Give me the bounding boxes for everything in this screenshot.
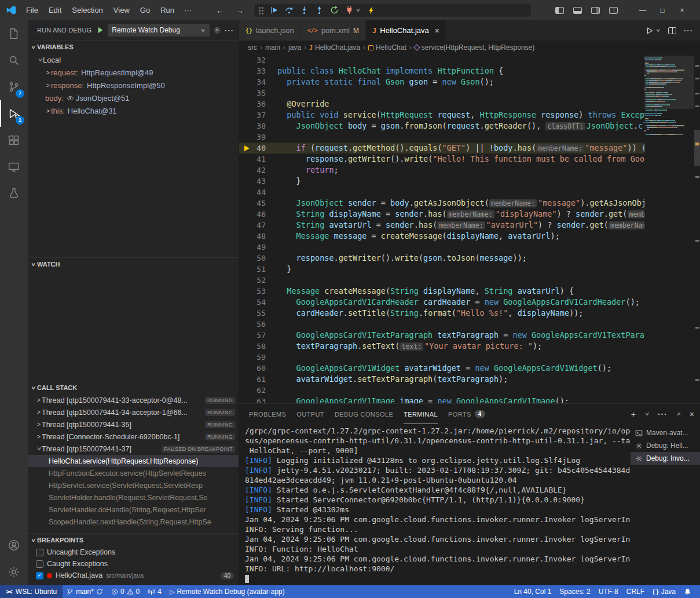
callstack-thread-row[interactable]: >Thread [qtp1500079441-33-acceptor-0@48.… — [28, 394, 239, 406]
eol-status[interactable]: CRLF — [622, 585, 648, 598]
line-number[interactable]: 44 — [239, 187, 277, 198]
menu-go[interactable]: Go — [135, 4, 155, 17]
minimize-button[interactable]: — — [633, 6, 653, 14]
variable-row[interactable]: body:JsonObject@51 — [28, 92, 239, 104]
close-panel-icon[interactable]: × — [690, 410, 694, 419]
line-number[interactable]: 46 — [239, 209, 277, 220]
line-number[interactable]: 42 — [239, 165, 277, 176]
code-line[interactable]: 53 Message createMessage(String displayN… — [239, 286, 644, 297]
code-line[interactable]: 43 } — [239, 176, 644, 187]
code-line[interactable]: 39 — [239, 132, 644, 143]
nav-forward-icon[interactable]: → — [236, 6, 244, 15]
line-number[interactable]: 49 — [239, 242, 277, 253]
callstack-thread-row[interactable]: >Thread [Connector-Scheduler-6920b0bc-1]… — [28, 431, 239, 443]
minimap[interactable] — [644, 54, 694, 403]
code-line[interactable]: 37 public void service(HttpRequest reque… — [239, 110, 644, 121]
code-line[interactable]: 40 if (request.getMethod().equals("GET")… — [239, 143, 644, 154]
line-number[interactable]: 47 — [239, 220, 277, 231]
close-button[interactable]: × — [672, 6, 692, 14]
debug-step-into-button[interactable] — [300, 6, 309, 14]
command-center[interactable]: > — [253, 3, 532, 18]
line-number[interactable]: 48 — [239, 231, 277, 242]
activitybar-search[interactable] — [0, 47, 28, 74]
code-line[interactable]: 56 — [239, 319, 644, 330]
code-line[interactable]: 33public class HelloChat implements Http… — [239, 65, 644, 76]
variables-scope-local[interactable]: > Local — [28, 53, 239, 66]
activitybar-source-control[interactable]: 7 — [0, 74, 28, 100]
customize-layout-icon[interactable] — [609, 7, 618, 14]
hot-code-replace-button[interactable] — [367, 6, 375, 14]
checkbox[interactable] — [36, 572, 43, 579]
notifications-status[interactable] — [680, 585, 695, 598]
breakpoints-section-header[interactable]: > BREAKPOINTS — [28, 534, 239, 546]
activitybar-extensions[interactable] — [0, 127, 28, 154]
views-more-actions-icon[interactable]: ··· — [225, 26, 234, 35]
line-number[interactable]: 34 — [239, 76, 277, 87]
line-number[interactable]: 45 — [239, 198, 277, 209]
callstack-thread-row[interactable]: >Thread [qtp1500079441-37]PAUSED ON BREA… — [28, 443, 239, 455]
checkbox[interactable] — [36, 560, 43, 568]
variable-row[interactable]: >response:HttpResponseImpl@50 — [28, 79, 239, 92]
code-line[interactable]: 46 String displayName = sender.has(membe… — [239, 209, 644, 220]
maximize-button[interactable]: □ — [653, 6, 672, 14]
code-line[interactable]: 41 response.getWriter().write("Hello! Th… — [239, 154, 644, 165]
debug-step-out-button[interactable] — [315, 6, 324, 14]
problems-status[interactable]: 0 0 — [107, 585, 144, 598]
toggle-secondary-sidebar-icon[interactable] — [591, 7, 600, 14]
line-number[interactable]: 43 — [239, 176, 277, 187]
minimap-slider[interactable] — [644, 56, 694, 109]
activitybar-testing[interactable] — [0, 180, 28, 207]
line-number[interactable]: 39 — [239, 132, 277, 143]
breadcrumb-item[interactable]: JHelloChat.java — [309, 43, 360, 52]
breadcrumb-item[interactable]: main — [265, 43, 280, 52]
line-number[interactable]: 62 — [239, 385, 277, 396]
debug-session-status[interactable]: ▷ Remote Watch Debug (avatar-app) — [166, 585, 289, 598]
line-number[interactable]: 41 — [239, 154, 277, 165]
line-number[interactable]: 55 — [239, 308, 277, 319]
language-status[interactable]: { } Java — [648, 585, 680, 598]
callstack-frame-row[interactable]: HelloChat.service(HttpRequest,HttpRespon… — [28, 455, 239, 467]
line-number[interactable]: 51 — [239, 264, 277, 275]
split-editor-icon[interactable] — [668, 27, 676, 34]
line-number[interactable]: 37 — [239, 110, 277, 121]
code-line[interactable]: 50 response.getWriter().write(gson.toJso… — [239, 253, 644, 264]
callstack-thread-row[interactable]: >Thread [qtp1500079441-34-acceptor-1@66.… — [28, 406, 239, 418]
maximize-panel-icon[interactable]: > — [675, 411, 681, 417]
debug-step-over-button[interactable] — [285, 6, 294, 14]
call-stack-section-header[interactable]: > CALL STACK — [28, 381, 239, 394]
evaluate-lazy-icon[interactable] — [67, 94, 75, 102]
code-line[interactable]: 59 — [239, 352, 644, 363]
git-branch-status[interactable]: main* — [63, 585, 107, 598]
panel-more-actions-icon[interactable]: ··· — [658, 410, 668, 419]
line-number[interactable]: 50 — [239, 253, 277, 264]
debug-disconnect-button[interactable]: > — [345, 6, 361, 14]
callstack-frame-row[interactable]: ScopedHandler.nextHandle(String,Request,… — [28, 516, 239, 528]
line-number[interactable]: 54 — [239, 297, 277, 308]
activitybar-run-debug[interactable]: 1 — [0, 100, 28, 127]
launch-settings-gear-icon[interactable] — [213, 26, 221, 34]
activitybar-remote-explorer[interactable] — [0, 154, 28, 180]
breakpoint-exception-row[interactable]: Caught Exceptions — [28, 558, 239, 570]
variables-section-header[interactable]: > VARIABLES — [28, 41, 239, 53]
editor-scrollbar[interactable] — [694, 130, 700, 166]
line-number[interactable]: 63 — [239, 396, 277, 403]
run-java-button[interactable]: > — [646, 27, 661, 35]
tab-launch.json[interactable]: {}launch.json — [239, 20, 301, 41]
toggle-panel-icon[interactable] — [573, 7, 582, 14]
variable-row[interactable]: >this:HelloChat@31 — [28, 104, 239, 117]
code-line[interactable]: 42 return; — [239, 165, 644, 176]
debug-continue-button[interactable] — [270, 6, 278, 14]
callstack-frame-row[interactable]: ServletHolder.handle(Request,ServletRequ… — [28, 491, 239, 504]
line-number[interactable]: 56 — [239, 319, 277, 330]
terminal-session[interactable]: Maven-avat... — [631, 426, 700, 439]
line-number[interactable]: 35 — [239, 87, 277, 99]
callstack-thread-row[interactable]: >Thread [qtp1500079441-35]RUNNING — [28, 418, 239, 431]
encoding-status[interactable]: UTF-8 — [595, 585, 622, 598]
menu-selection[interactable]: Selection — [67, 4, 108, 17]
terminal-profile-dropdown-icon[interactable]: > — [643, 411, 650, 417]
disconnect-dropdown-icon[interactable]: > — [355, 8, 361, 13]
menu-run[interactable]: Run — [155, 4, 179, 17]
line-number[interactable]: 53 — [239, 286, 277, 297]
line-number[interactable]: 36 — [239, 99, 277, 110]
activitybar-account[interactable] — [0, 532, 28, 559]
